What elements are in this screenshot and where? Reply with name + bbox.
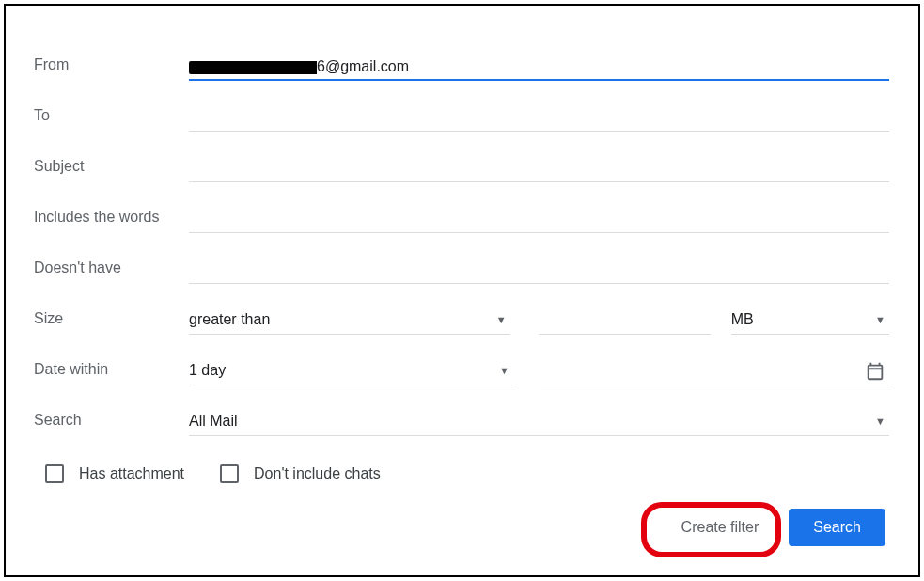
to-input[interactable]	[189, 102, 889, 132]
dialog-border: From 6@gmail.com To Subject	[4, 4, 920, 577]
row-search: Search All Mail ▼	[34, 399, 889, 436]
has-attachment-label: Has attachment	[79, 465, 184, 482]
size-value-input[interactable]	[539, 306, 711, 335]
search-filter-panel: From 6@gmail.com To Subject	[10, 10, 917, 573]
calendar-icon[interactable]	[865, 361, 885, 382]
row-date: Date within 1 day ▼	[34, 348, 889, 385]
button-row: Create filter Search	[668, 509, 885, 546]
row-from: From 6@gmail.com	[34, 43, 889, 81]
field-to-wrap	[189, 102, 889, 132]
includes-input[interactable]	[189, 204, 889, 233]
date-range-select[interactable]: 1 day ▼	[189, 356, 513, 385]
redaction-bar	[189, 61, 330, 74]
size-unit-value: MB	[731, 311, 754, 328]
field-includes-wrap	[189, 204, 889, 233]
has-attachment-checkbox[interactable]: Has attachment	[45, 464, 184, 483]
field-from-wrap: 6@gmail.com	[189, 51, 889, 81]
checkbox-row: Has attachment Don't include chats	[34, 464, 889, 483]
size-value-wrap	[539, 306, 711, 335]
row-subject: Subject	[34, 145, 889, 182]
label-subject: Subject	[34, 158, 189, 182]
row-doesnt: Doesn't have	[34, 246, 889, 284]
row-size: Size greater than ▼ MB ▼	[34, 297, 889, 335]
row-includes: Includes the words	[34, 196, 889, 233]
label-to: To	[34, 107, 189, 132]
search-scope-select[interactable]: All Mail ▼	[189, 407, 889, 436]
form-area: From 6@gmail.com To Subject	[10, 10, 917, 483]
doesnt-input[interactable]	[189, 255, 889, 284]
size-comparator-select[interactable]: greater than ▼	[189, 306, 510, 335]
label-from: From	[34, 56, 189, 81]
size-unit-select[interactable]: MB ▼	[731, 306, 889, 335]
exclude-chats-checkbox[interactable]: Don't include chats	[220, 464, 381, 483]
dropdown-arrow-icon: ▼	[875, 314, 885, 325]
search-scope-value: All Mail	[189, 413, 238, 430]
label-search: Search	[34, 412, 189, 436]
field-subject-wrap	[189, 153, 889, 182]
dropdown-arrow-icon: ▼	[499, 365, 509, 376]
search-button[interactable]: Search	[789, 509, 885, 546]
row-to: To	[34, 94, 889, 132]
date-range-value: 1 day	[189, 362, 226, 379]
dropdown-arrow-icon: ▼	[875, 416, 885, 427]
dropdown-arrow-icon: ▼	[496, 314, 507, 325]
create-filter-button[interactable]: Create filter	[668, 510, 773, 545]
date-of-wrap	[541, 356, 889, 385]
checkbox-box-icon	[220, 464, 239, 483]
subject-input[interactable]	[189, 153, 889, 182]
exclude-chats-label: Don't include chats	[254, 465, 381, 482]
size-comparator-value: greater than	[189, 311, 270, 328]
label-date: Date within	[34, 361, 189, 385]
date-of-input[interactable]	[541, 356, 889, 385]
field-doesnt-wrap	[189, 255, 889, 284]
label-includes: Includes the words	[34, 209, 189, 233]
label-doesnt: Doesn't have	[34, 259, 189, 284]
label-size: Size	[34, 310, 189, 335]
checkbox-box-icon	[45, 464, 64, 483]
